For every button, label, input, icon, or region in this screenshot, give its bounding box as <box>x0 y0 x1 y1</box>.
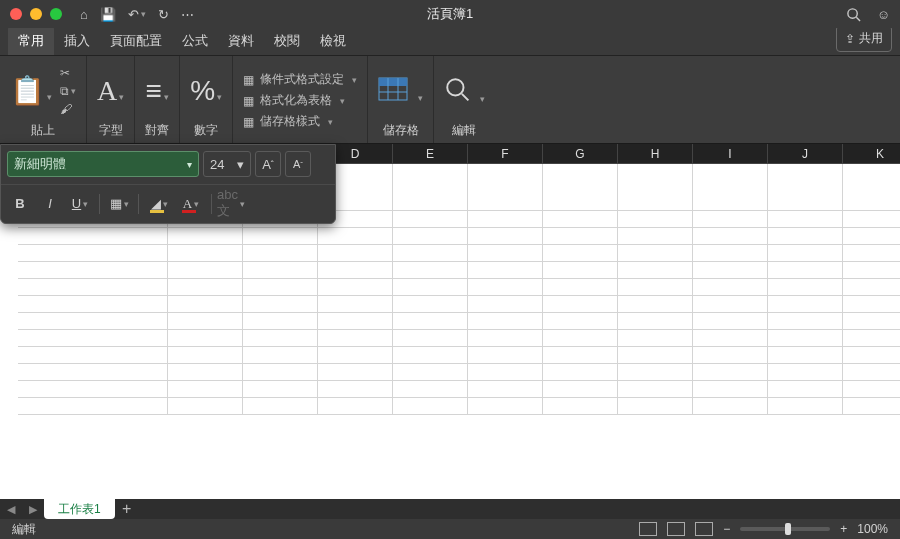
search-icon[interactable] <box>846 7 861 22</box>
svg-line-8 <box>462 93 469 100</box>
svg-line-1 <box>856 17 860 21</box>
ribbon-group-clipboard: 📋▾ ✂ ⧉▾ 🖌 貼上 <box>0 56 87 143</box>
tab-home[interactable]: 常用 <box>8 26 54 55</box>
decrease-font-button[interactable]: Aˇ <box>285 151 311 177</box>
border-button[interactable]: ▦▾ <box>106 191 132 217</box>
col-header-J[interactable]: J <box>768 144 843 164</box>
zoom-in-button[interactable]: + <box>840 522 847 536</box>
format-as-table-button[interactable]: ▦格式化為表格▾ <box>243 92 345 109</box>
normal-view-button[interactable] <box>639 522 657 536</box>
number-format-icon[interactable]: %▾ <box>190 77 222 105</box>
feedback-icon[interactable]: ☺ <box>877 7 890 22</box>
editing-group-label: 編輯 <box>452 122 476 139</box>
align-icon[interactable]: ≡▾ <box>146 77 169 105</box>
home-icon[interactable]: ⌂ <box>80 7 88 22</box>
copy-icon[interactable]: ⧉▾ <box>60 84 76 98</box>
prev-sheet-button[interactable]: ◀ <box>0 499 22 519</box>
minimize-window-icon[interactable] <box>30 8 42 20</box>
tab-view[interactable]: 檢視 <box>310 26 356 55</box>
redo-icon[interactable]: ↻ <box>158 7 169 22</box>
format-painter-icon[interactable]: 🖌 <box>60 102 72 116</box>
window-controls <box>10 8 62 20</box>
find-icon[interactable]: ▾ <box>444 76 485 107</box>
tab-insert[interactable]: 插入 <box>54 26 100 55</box>
font-name-value: 新細明體 <box>14 155 66 173</box>
add-sheet-button[interactable]: + <box>115 499 139 519</box>
bold-button[interactable]: B <box>7 191 33 217</box>
zoom-out-button[interactable]: − <box>723 522 730 536</box>
share-button[interactable]: ⇪ 共用 <box>836 25 892 52</box>
share-label: 共用 <box>859 30 883 47</box>
chevron-down-icon: ▾ <box>237 157 244 172</box>
underline-button[interactable]: U▾ <box>67 191 93 217</box>
col-header-F[interactable]: F <box>468 144 543 164</box>
ribbon-tabs: 常用 插入 頁面配置 公式 資料 校閱 檢視 ⇪ 共用 <box>0 28 900 56</box>
font-name-select[interactable]: 新細明體 ▾ <box>7 151 199 177</box>
svg-point-7 <box>447 79 463 95</box>
phonetic-button[interactable]: abc文▾ <box>218 191 244 217</box>
table-icon: ▦ <box>243 94 254 108</box>
tab-review[interactable]: 校閱 <box>264 26 310 55</box>
share-icon: ⇪ <box>845 32 855 46</box>
ribbon: 📋▾ ✂ ⧉▾ 🖌 貼上 A▾ 字型 ≡▾ 對齊 %▾ 數字 ▦條件式格式設定▾… <box>0 56 900 144</box>
sheet-tab-bar: ◀ ▶ 工作表1 + <box>0 499 900 519</box>
ribbon-group-editing: ▾ 編輯 <box>434 56 495 143</box>
chevron-down-icon: ▾ <box>187 159 192 170</box>
number-group-label: 數字 <box>194 122 218 139</box>
col-header-G[interactable]: G <box>543 144 618 164</box>
page-layout-view-button[interactable] <box>667 522 685 536</box>
increase-font-button[interactable]: Aˆ <box>255 151 281 177</box>
paste-icon[interactable]: 📋▾ <box>10 77 52 105</box>
fill-color-button[interactable]: ◢ ▾ <box>145 191 173 217</box>
svg-point-0 <box>848 8 857 17</box>
document-title: 活頁簿1 <box>427 5 473 23</box>
col-header-H[interactable]: H <box>618 144 693 164</box>
cell-styles-button[interactable]: ▦儲存格樣式▾ <box>243 113 333 130</box>
more-icon[interactable]: ⋯ <box>181 7 194 22</box>
save-icon[interactable]: 💾 <box>100 7 116 22</box>
status-bar: 編輯 − + 100% <box>0 519 900 539</box>
cell-style-icon: ▦ <box>243 115 254 129</box>
cells-group-label: 儲存格 <box>383 122 419 139</box>
ribbon-group-cells: ▾ 儲存格 <box>368 56 434 143</box>
maximize-window-icon[interactable] <box>50 8 62 20</box>
ribbon-group-align: ≡▾ 對齊 <box>135 56 180 143</box>
cut-icon[interactable]: ✂ <box>60 66 70 80</box>
conditional-format-icon: ▦ <box>243 73 254 87</box>
ribbon-group-styles: ▦條件式格式設定▾ ▦格式化為表格▾ ▦儲存格樣式▾ <box>233 56 368 143</box>
italic-button[interactable]: I <box>37 191 63 217</box>
font-color-button[interactable]: A ▾ <box>177 191 205 217</box>
next-sheet-button[interactable]: ▶ <box>22 499 44 519</box>
align-group-label: 對齊 <box>145 122 169 139</box>
title-bar: ⌂ 💾 ↶▾ ↻ ⋯ 活頁簿1 ☺ <box>0 0 900 28</box>
col-header-K[interactable]: K <box>843 144 900 164</box>
svg-rect-3 <box>379 78 407 86</box>
font-color-swatch <box>182 210 196 213</box>
tab-data[interactable]: 資料 <box>218 26 264 55</box>
fill-color-swatch <box>150 210 164 213</box>
undo-icon[interactable]: ↶▾ <box>128 7 146 22</box>
page-break-view-button[interactable] <box>695 522 713 536</box>
status-mode: 編輯 <box>12 521 36 538</box>
cells-icon[interactable]: ▾ <box>378 77 423 106</box>
font-size-value: 24 <box>210 157 224 172</box>
font-icon[interactable]: A▾ <box>97 77 124 105</box>
ribbon-group-font: A▾ 字型 <box>87 56 135 143</box>
clipboard-label: 貼上 <box>31 122 55 139</box>
ribbon-group-number: %▾ 數字 <box>180 56 233 143</box>
font-format-popover: 新細明體 ▾ 24 ▾ Aˆ Aˇ B I U▾ ▦▾ ◢ ▾ A ▾ abc文… <box>0 144 336 224</box>
sheet-tab-active[interactable]: 工作表1 <box>44 499 115 519</box>
close-window-icon[interactable] <box>10 8 22 20</box>
conditional-format-button[interactable]: ▦條件式格式設定▾ <box>243 71 357 88</box>
tab-page-layout[interactable]: 頁面配置 <box>100 26 172 55</box>
zoom-slider[interactable] <box>740 527 830 531</box>
font-group-label: 字型 <box>99 122 123 139</box>
col-header-E[interactable]: E <box>393 144 468 164</box>
col-header-I[interactable]: I <box>693 144 768 164</box>
zoom-level[interactable]: 100% <box>857 522 888 536</box>
tab-formulas[interactable]: 公式 <box>172 26 218 55</box>
font-size-select[interactable]: 24 ▾ <box>203 151 251 177</box>
